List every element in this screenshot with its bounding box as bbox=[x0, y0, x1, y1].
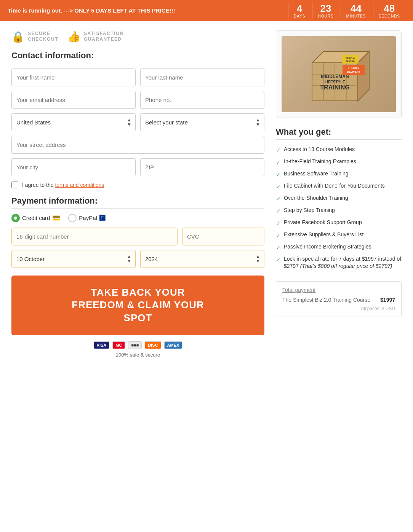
total-row: The Simplest Biz 2.0 Training Course $19… bbox=[282, 297, 395, 303]
svg-text:LIFESTYLE: LIFESTYLE bbox=[325, 80, 345, 84]
terms-row: I agree to the terms and conditions bbox=[11, 182, 264, 188]
trust-badges: 🔒 SECURE CHECKOUT 👍 SATISFACTION GUARANT… bbox=[11, 30, 264, 43]
check-icon: ✓ bbox=[276, 158, 281, 166]
paypal-option[interactable]: PayPal 🅿 bbox=[68, 214, 105, 222]
list-item: ✓File Cabinet with Done-for-You Document… bbox=[276, 180, 402, 193]
paypal-label: PayPal bbox=[79, 215, 97, 221]
country-select-wrapper[interactable]: United States Canada United Kingdom ▲▼ bbox=[11, 113, 136, 131]
first-name-input[interactable] bbox=[11, 68, 136, 86]
terms-label: I agree to the terms and conditions bbox=[22, 182, 104, 188]
minutes-unit: 44 MINUTES bbox=[341, 3, 371, 18]
card-number-input[interactable] bbox=[11, 228, 178, 245]
countdown-timer: 4 DAYS 23 HOURS 44 MINUTES 48 SECONDS bbox=[288, 3, 405, 18]
generic-card-logo: ■■■ bbox=[128, 341, 142, 349]
expiry-month-wrapper[interactable]: 10 October 1 January 2 February 3 March … bbox=[11, 250, 136, 268]
top-banner: Time is running out. ---> ONLY 5 DAYS LE… bbox=[0, 0, 413, 21]
what-you-get-title: What you get: bbox=[276, 127, 402, 140]
country-state-row: United States Canada United Kingdom ▲▼ S… bbox=[11, 113, 264, 131]
zip-input[interactable] bbox=[140, 158, 264, 176]
check-icon: ✓ bbox=[276, 219, 281, 227]
cta-button[interactable]: TAKE BACK YOUR FREEDOM & CLAIM YOUR SPOT bbox=[11, 276, 264, 335]
street-input[interactable] bbox=[11, 136, 264, 154]
total-label: Total payment bbox=[282, 287, 395, 293]
credit-card-label: Credit card bbox=[22, 215, 50, 221]
product-image: MIDDLEMAN LIFESTYLE TRAINING SPECIAL DEL… bbox=[282, 36, 396, 112]
hours-value: 23 bbox=[320, 3, 331, 14]
thumb-icon: 👍 bbox=[67, 30, 81, 43]
paypal-radio[interactable] bbox=[68, 214, 77, 222]
lock-icon: 🔒 bbox=[11, 30, 25, 43]
list-item: ✓Lock in special rate for 7 days at $199… bbox=[276, 253, 402, 272]
check-icon: ✓ bbox=[276, 207, 281, 215]
product-image-box: MIDDLEMAN LIFESTYLE TRAINING SPECIAL DEL… bbox=[276, 30, 402, 118]
secure-badge: 🔒 SECURE CHECKOUT bbox=[11, 30, 58, 43]
check-icon: ✓ bbox=[276, 256, 281, 264]
country-select[interactable]: United States Canada United Kingdom bbox=[12, 114, 135, 131]
list-item: ✓Business Software Training bbox=[276, 168, 402, 180]
days-unit: 4 DAYS bbox=[288, 3, 311, 18]
credit-card-option[interactable]: Credit card 💳 bbox=[11, 214, 61, 222]
satisfaction-badge-text: SATISFACTION GUARANTEED bbox=[84, 31, 124, 43]
phone-input[interactable] bbox=[140, 91, 264, 109]
card-number-row bbox=[11, 228, 264, 245]
expiry-year-wrapper[interactable]: 2024 2025 2026 2027 2028 ▲▼ bbox=[140, 250, 264, 268]
check-icon: ✓ bbox=[276, 183, 281, 191]
box-svg: MIDDLEMAN LIFESTYLE TRAINING SPECIAL DEL… bbox=[301, 40, 377, 108]
check-icon: ✓ bbox=[276, 231, 281, 239]
city-input[interactable] bbox=[11, 158, 136, 176]
list-item: ✓Over-the-Shoulder Training bbox=[276, 193, 402, 205]
state-select[interactable]: Select your state Alabama Alaska Arizona… bbox=[141, 114, 264, 131]
svg-text:TESTED: TESTED bbox=[346, 60, 355, 62]
terms-link[interactable]: terms and conditions bbox=[55, 182, 104, 188]
banner-text: Time is running out. ---> ONLY 5 DAYS LE… bbox=[8, 7, 175, 14]
hours-label: HOURS bbox=[318, 14, 333, 18]
contact-section-title: Contact information: bbox=[11, 51, 264, 63]
svg-text:TRAINING: TRAINING bbox=[320, 84, 349, 91]
street-row bbox=[11, 136, 264, 154]
usd-note: All prices in USD bbox=[282, 306, 395, 311]
discover-logo: DISC bbox=[145, 341, 161, 349]
seconds-unit: 48 SECONDS bbox=[373, 3, 405, 18]
days-label: DAYS bbox=[294, 14, 306, 18]
expiry-row: 10 October 1 January 2 February 3 March … bbox=[11, 250, 264, 268]
list-item: ✓Extensive Suppliers & Buyers List bbox=[276, 229, 402, 241]
main-content: 🔒 SECURE CHECKOUT 👍 SATISFACTION GUARANT… bbox=[0, 21, 413, 367]
svg-text:TRIED &: TRIED & bbox=[346, 57, 355, 59]
product-price: $1997 bbox=[380, 297, 395, 303]
seconds-value: 48 bbox=[384, 3, 395, 14]
right-column: MIDDLEMAN LIFESTYLE TRAINING SPECIAL DEL… bbox=[276, 30, 402, 358]
check-icon: ✓ bbox=[276, 170, 281, 178]
total-payment-box: Total payment The Simplest Biz 2.0 Train… bbox=[276, 281, 402, 317]
secure-badge-text: SECURE CHECKOUT bbox=[28, 31, 58, 43]
expiry-month-select[interactable]: 10 October 1 January 2 February 3 March … bbox=[12, 250, 135, 268]
email-input[interactable] bbox=[11, 91, 136, 109]
cvc-input[interactable] bbox=[182, 228, 264, 245]
minutes-value: 44 bbox=[351, 3, 362, 14]
amex-logo: AMEX bbox=[164, 341, 182, 349]
email-phone-row bbox=[11, 91, 264, 109]
svg-text:SPECIAL: SPECIAL bbox=[348, 67, 360, 69]
credit-card-icon: 💳 bbox=[52, 214, 61, 222]
terms-checkbox[interactable] bbox=[11, 182, 18, 188]
visa-logo: VISA bbox=[94, 341, 110, 349]
mastercard-logo: MC bbox=[112, 341, 125, 349]
left-column: 🔒 SECURE CHECKOUT 👍 SATISFACTION GUARANT… bbox=[11, 30, 264, 358]
credit-card-radio[interactable] bbox=[11, 214, 20, 222]
last-name-input[interactable] bbox=[140, 68, 264, 86]
what-you-get-section: What you get: ✓Access to 13 Course Modul… bbox=[276, 127, 402, 272]
list-item: ✓In-the-Field Training Examples bbox=[276, 156, 402, 168]
city-zip-row bbox=[11, 158, 264, 176]
check-icon: ✓ bbox=[276, 244, 281, 252]
svg-text:DELIVERY: DELIVERY bbox=[347, 70, 360, 73]
name-row bbox=[11, 68, 264, 86]
secure-text: 100% safe & secure bbox=[11, 352, 264, 358]
state-select-wrapper[interactable]: Select your state Alabama Alaska Arizona… bbox=[140, 113, 264, 131]
benefits-list: ✓Access to 13 Course Modules ✓In-the-Fie… bbox=[276, 144, 402, 272]
satisfaction-badge: 👍 SATISFACTION GUARANTEED bbox=[67, 30, 124, 43]
minutes-label: MINUTES bbox=[346, 14, 366, 18]
days-value: 4 bbox=[297, 3, 302, 14]
list-item: ✓Private Facebook Support Group bbox=[276, 217, 402, 229]
expiry-year-select[interactable]: 2024 2025 2026 2027 2028 bbox=[141, 250, 264, 268]
check-icon: ✓ bbox=[276, 146, 281, 154]
list-item: ✓Access to 13 Course Modules bbox=[276, 144, 402, 156]
